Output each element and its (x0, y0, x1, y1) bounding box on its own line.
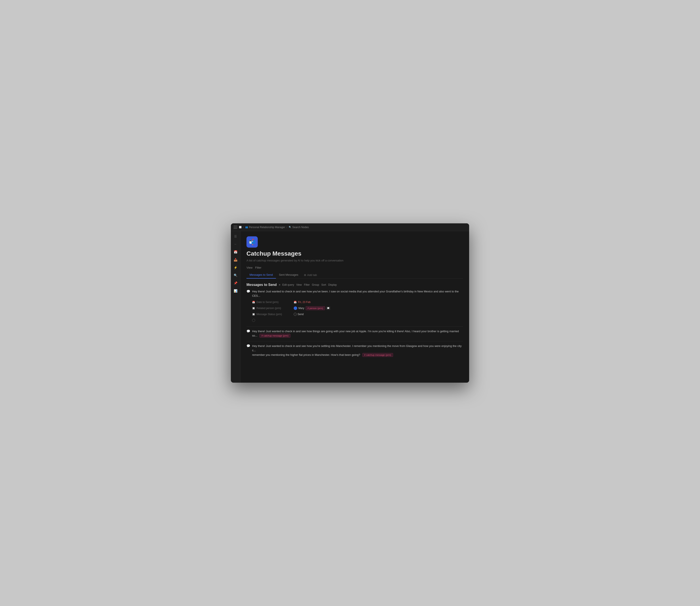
prop-person-row: 🔲 Related person (prm) 👤 Mary # person (… (252, 306, 463, 311)
divider-1 (247, 326, 463, 327)
tab-sent-messages[interactable]: Sent Messages (276, 272, 301, 279)
home-icon: ⬜ (239, 226, 242, 229)
tab-messages-to-send[interactable]: Messages to Send (247, 272, 276, 279)
query-dot (279, 284, 280, 285)
inbox-icon[interactable]: 📥 (232, 256, 239, 263)
message-text-1: Hey there! Just wanted to check in and s… (252, 289, 463, 298)
top-bar-left: ⬜ / 👥 Personal Relationship Manager / 🔍 … (233, 226, 467, 229)
person-name: Mary (298, 307, 304, 310)
prop-person-value: 👤 Mary # person (prm) 💬 (294, 306, 330, 310)
calendar-val-icon: 📅 (294, 301, 297, 304)
person-chip: # person (prm) (306, 306, 325, 310)
catchup-chip-3: # catchup message (prm) (362, 353, 393, 357)
breadcrumb-search[interactable]: 🔍 Search Nodes (289, 226, 309, 229)
query-header: Messages to Send Edit query View Filter … (247, 283, 463, 287)
breadcrumb-sep-2: / (287, 226, 287, 229)
message-icon-1: 💬 (247, 289, 250, 294)
breadcrumb-search-label: Search Nodes (292, 226, 309, 229)
tab-add-label: Add tab (307, 273, 317, 277)
send-status-icon: → (294, 313, 297, 316)
filter-button[interactable]: Filter (255, 265, 262, 270)
chart-icon[interactable]: 📊 (232, 287, 239, 294)
query-view-button[interactable]: View (296, 283, 302, 287)
back-icon[interactable]: ← (232, 241, 239, 248)
search-icon[interactable]: 🔍 (232, 272, 239, 279)
people-icon: 👥 (245, 226, 248, 229)
query-group-button[interactable]: Group (312, 283, 319, 287)
comment-bubble[interactable]: 💬 (326, 306, 330, 310)
message-bubble-1: 💬 Hey there! Just wanted to check in and… (247, 289, 463, 298)
search-nodes-icon: 🔍 (289, 226, 292, 229)
breadcrumb-prm[interactable]: 👥 Personal Relationship Manager (245, 226, 285, 229)
add-property-circle[interactable] (252, 319, 255, 322)
sidebar-toggle-icon[interactable] (233, 226, 238, 229)
query-filter-button[interactable]: Filter (304, 283, 310, 287)
message-icon-3: 💬 (247, 344, 250, 348)
top-bar: ⬜ / 👥 Personal Relationship Manager / 🔍 … (231, 223, 469, 231)
app-layout: ☰ ← 📅 📥 ⚡ 🔍 📌 📊 📬 Catchup Messages A lis… (231, 231, 469, 383)
prop-add-row (252, 318, 463, 323)
edit-query-button[interactable]: Edit query (283, 283, 294, 287)
calendar-icon[interactable]: 📅 (232, 249, 239, 255)
query-title: Messages to Send (247, 283, 277, 287)
lightning-icon[interactable]: ⚡ (232, 264, 239, 271)
message-item-3: 💬 Hey there! Just wanted to check in and… (247, 344, 463, 357)
message-item-1: 💬 Hey there! Just wanted to check in and… (247, 289, 463, 323)
pin-icon[interactable]: 📌 (232, 280, 239, 286)
sidebar-toggle-button[interactable]: ☰ (232, 233, 239, 240)
prop-status-value: → Send (294, 313, 304, 316)
query-actions: Edit query View Filter Group Sort Displa… (283, 283, 337, 287)
page-icon: 📬 (247, 236, 258, 248)
prop-date-row: 📅 Date to Send (prm) 📅 Fri, 23 Feb (252, 300, 463, 305)
message-text-2: Hey there! Just wanted to check in and s… (252, 329, 463, 337)
message-item-2: 💬 Hey there! Just wanted to check in and… (247, 329, 463, 337)
person-prop-icon: 🔲 (252, 307, 255, 310)
page-title: Catchup Messages (247, 250, 463, 257)
status-prop-icon: 🔲 (252, 313, 255, 316)
query-display-button[interactable]: Display (328, 283, 337, 287)
query-section: Messages to Send Edit query View Filter … (247, 283, 463, 357)
tab-add[interactable]: ⊕ Add tab (301, 272, 319, 278)
page-description: A list of catchup messages generated by … (247, 259, 463, 262)
message-text-3: Hey there! Just wanted to check in and s… (252, 344, 463, 357)
catchup-chip-2: # catchup message (prm) (259, 334, 290, 337)
prop-date-value: 📅 Fri, 23 Feb (294, 301, 311, 304)
plus-icon: ⊕ (304, 273, 306, 277)
prop-date-label: 📅 Date to Send (prm) (252, 301, 291, 304)
message-icon-2: 💬 (247, 329, 250, 333)
content-area: 📬 Catchup Messages A list of catchup mes… (241, 231, 469, 383)
view-button[interactable]: View (247, 265, 252, 270)
prop-status-row: 🔲 Message Status (prm) → Send (252, 312, 463, 317)
prop-person-label: 🔲 Related person (prm) (252, 307, 291, 310)
query-sort-button[interactable]: Sort (321, 283, 326, 287)
tabs-bar: Messages to Send Sent Messages ⊕ Add tab (247, 272, 463, 279)
properties-grid-1: 📅 Date to Send (prm) 📅 Fri, 23 Feb 🔲 (252, 300, 463, 323)
breadcrumb: ⬜ / 👥 Personal Relationship Manager / 🔍 … (239, 226, 309, 229)
breadcrumb-home[interactable]: ⬜ (239, 226, 242, 229)
calendar-prop-icon: 📅 (252, 301, 255, 304)
breadcrumb-sep-1: / (243, 226, 244, 229)
view-filter-bar: View Filter (247, 265, 463, 270)
message-bubble-3: 💬 Hey there! Just wanted to check in and… (247, 344, 463, 357)
sidebar: ☰ ← 📅 📥 ⚡ 🔍 📌 📊 (231, 231, 241, 383)
breadcrumb-prm-label: Personal Relationship Manager (249, 226, 285, 229)
message-bubble-2: 💬 Hey there! Just wanted to check in and… (247, 329, 463, 337)
person-avatar: 👤 (294, 306, 297, 310)
prop-status-label: 🔲 Message Status (prm) (252, 313, 291, 316)
